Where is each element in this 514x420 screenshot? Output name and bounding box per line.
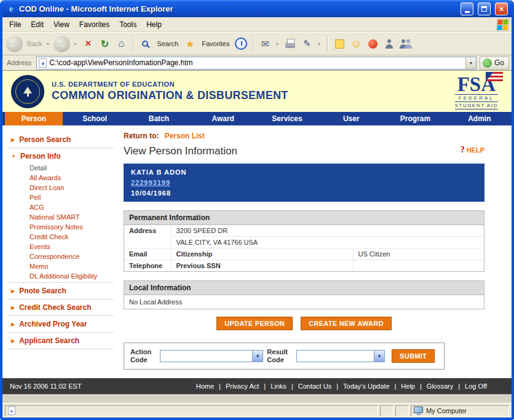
content-row: ▶ Person Search ▼ Person Info Detail All… xyxy=(2,125,512,378)
nav-tab-batch[interactable]: Batch xyxy=(127,112,191,125)
menu-help[interactable]: Help xyxy=(141,18,167,31)
footer-link-contact-us[interactable]: Contact Us xyxy=(298,382,331,390)
menu-view[interactable]: View xyxy=(49,18,74,31)
menu-favorites[interactable]: Favorites xyxy=(74,18,114,31)
footer-link-links[interactable]: Links xyxy=(271,382,287,390)
refresh-button[interactable]: ↻ xyxy=(97,36,112,52)
home-button[interactable]: ⌂ xyxy=(114,36,128,52)
maximize-icon xyxy=(481,6,487,12)
sidebar-subitem-dl-additional-eligibility[interactable]: DL Additional Eligibility xyxy=(7,271,114,281)
sidebar-item-person-search[interactable]: ▶ Person Search xyxy=(7,133,114,146)
dropdown-arrow-icon: ▼ xyxy=(374,351,384,362)
back-button[interactable]: ← xyxy=(6,36,23,52)
sidebar-subitem-pell[interactable]: Pell xyxy=(7,192,114,202)
edit-icon: ✎ xyxy=(303,38,311,49)
person-summary-box: KATIA B ADON 222993199 10/04/1968 xyxy=(124,164,484,202)
footer-link-home[interactable]: Home xyxy=(196,382,214,390)
go-button[interactable]: → Go xyxy=(480,57,509,69)
back-dropdown-icon[interactable]: ▼ xyxy=(45,42,50,46)
update-person-button[interactable]: UPDATE PERSON xyxy=(216,317,293,330)
citizenship-label: Citizenship xyxy=(171,248,353,260)
titlebar: e COD Online - Microsoft Internet Explor… xyxy=(2,0,512,17)
result-code-select[interactable]: ▼ xyxy=(296,350,385,362)
fsa-logo: FSA FEDERAL STUDENT AID xyxy=(455,74,502,109)
close-button[interactable]: × xyxy=(495,2,508,15)
arrow-right-icon: ▶ xyxy=(11,322,15,327)
status-small-pane xyxy=(395,405,409,416)
arrow-right-icon: ▶ xyxy=(11,338,15,344)
nav-tab-school[interactable]: School xyxy=(63,112,127,125)
help-button[interactable]: ? HELP xyxy=(461,145,484,155)
mail-dropdown-icon[interactable]: ▼ xyxy=(275,42,279,46)
forward-dropdown-icon[interactable]: ▼ xyxy=(73,42,77,46)
nav-tab-person[interactable]: Person xyxy=(5,112,63,125)
address-input[interactable] xyxy=(49,58,463,67)
favorites-button[interactable]: ★ xyxy=(183,36,197,52)
sidebar-item-applicant-search[interactable]: ▶ Applicant Search xyxy=(7,334,114,347)
footer-link-log-off[interactable]: Log Off xyxy=(465,382,487,390)
sidebar-subitem-correspondence[interactable]: Correspondence xyxy=(7,252,114,261)
footer-link-glossary[interactable]: Glossary xyxy=(427,382,453,390)
maximize-button[interactable] xyxy=(478,2,491,15)
my-computer-icon xyxy=(414,406,423,413)
create-new-award-button[interactable]: CREATE NEW AWARD xyxy=(301,317,392,330)
nav-tab-award[interactable]: Award xyxy=(191,112,255,125)
sidebar-item-archived-prog-year[interactable]: ▶ Archived Prog Year xyxy=(7,317,114,331)
sidebar-item-person-info[interactable]: ▼ Person Info xyxy=(7,149,114,163)
minimize-button[interactable] xyxy=(461,2,473,15)
permanent-information-table: Address 3200 SPEED DR VALE CITY, VA 4176… xyxy=(124,225,484,271)
menu-file[interactable]: File xyxy=(4,18,26,31)
nav-tab-user[interactable]: User xyxy=(319,112,383,125)
sidebar-subitem-acg[interactable]: ACG xyxy=(7,202,114,212)
history-button[interactable] xyxy=(234,36,248,52)
sidebar-item-pnote-search[interactable]: ▶ Pnote Search xyxy=(7,284,114,298)
person-ssn-link[interactable]: 222993199 xyxy=(131,179,170,186)
sidebar-subitem-promissory-notes[interactable]: Promissory Notes xyxy=(7,222,114,232)
notes-button[interactable] xyxy=(332,36,347,52)
app-name: COMMON ORIGINATION & DISBURSEMENT xyxy=(52,89,288,102)
media-button[interactable] xyxy=(365,36,380,52)
search-button[interactable] xyxy=(138,36,152,52)
smiley-icon: ☺ xyxy=(350,38,362,50)
nav-tab-services[interactable]: Services xyxy=(255,112,319,125)
people-button[interactable] xyxy=(398,36,413,52)
edit-dropdown-icon[interactable]: ▼ xyxy=(317,42,321,46)
dropdown-arrow-icon: ▼ xyxy=(252,351,263,362)
footer-link-help[interactable]: Help xyxy=(401,382,415,390)
sidebar-subitem-memo[interactable]: Memo xyxy=(7,261,114,271)
people-icon xyxy=(399,39,413,49)
footer-link-privacy-act[interactable]: Privacy Act xyxy=(226,382,259,390)
menu-tools[interactable]: Tools xyxy=(114,18,141,31)
contacts-button[interactable] xyxy=(382,36,397,52)
action-code-select[interactable]: ▼ xyxy=(160,350,264,362)
note-icon xyxy=(335,39,344,49)
sidebar-subitem-direct-loan[interactable]: Direct Loan xyxy=(7,183,114,192)
stop-button[interactable]: × xyxy=(81,36,95,52)
person-list-link[interactable]: Person List xyxy=(165,132,205,140)
edit-button[interactable]: ✎ xyxy=(299,36,314,52)
menu-bar: File Edit View Favorites Tools Help xyxy=(2,17,512,32)
sidebar-subitem-credit-check[interactable]: Credit Check xyxy=(7,232,114,242)
menu-edit[interactable]: Edit xyxy=(26,18,49,31)
submit-button[interactable]: SUBMIT xyxy=(392,349,435,363)
ie-icon: e xyxy=(6,4,16,14)
previous-ssn-label: Previous SSN xyxy=(171,260,353,272)
print-button[interactable] xyxy=(283,36,298,52)
fsa-student-aid: STUDENT AID xyxy=(455,102,498,109)
address-dropdown-button[interactable]: ▼ xyxy=(465,57,476,69)
fsa-federal: FEDERAL xyxy=(455,94,498,102)
page-icon: e xyxy=(39,58,47,68)
sidebar-subitem-events[interactable]: Events xyxy=(7,242,114,252)
sidebar-subitem-all-awards[interactable]: All Awards xyxy=(7,173,114,183)
mail-button[interactable]: ✉ xyxy=(258,36,272,52)
sidebar-item-credit-check-search[interactable]: ▶ Credit Check Search xyxy=(7,301,114,314)
telephone-label: Telephone xyxy=(124,260,171,272)
nav-tab-program[interactable]: Program xyxy=(383,112,447,125)
mail-icon: ✉ xyxy=(261,38,269,50)
sidebar-subitem-national-smart[interactable]: National SMART xyxy=(7,212,114,222)
sidebar-subitem-detail[interactable]: Detail xyxy=(7,163,114,173)
forward-button[interactable]: → xyxy=(53,36,70,52)
footer-link-todays-update[interactable]: Today's Update xyxy=(343,382,389,390)
nav-tab-admin[interactable]: Admin xyxy=(448,112,512,125)
messenger-button[interactable]: ☺ xyxy=(349,36,363,52)
